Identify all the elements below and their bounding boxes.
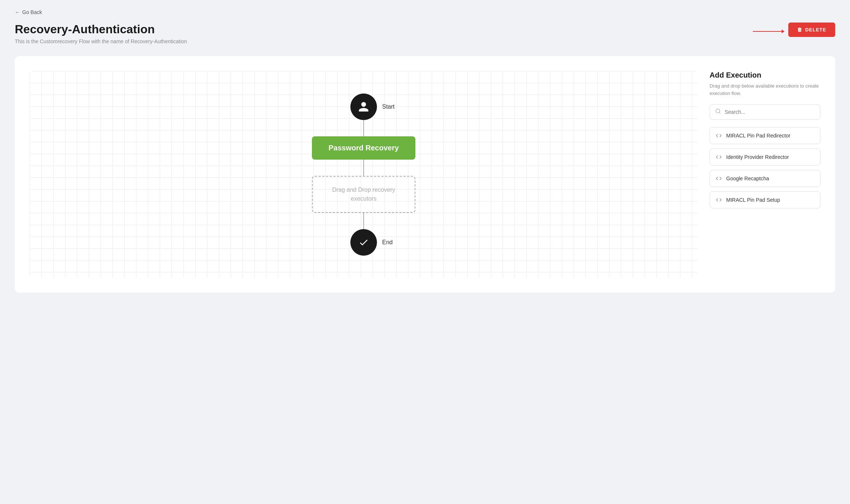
start-node[interactable] <box>350 93 377 120</box>
code-icon-2 <box>716 176 722 181</box>
drag-drop-label: Drag and Drop recovery executors <box>332 187 395 202</box>
execution-label-1: Identity Provider Redirector <box>726 154 789 160</box>
right-panel: Add Execution Drag and drop below availa… <box>710 71 820 278</box>
execution-item-2[interactable]: Google Recaptcha <box>710 170 820 187</box>
code-icon-3 <box>716 197 722 203</box>
back-arrow-icon: ← <box>15 9 20 15</box>
end-node[interactable] <box>350 229 377 256</box>
execution-label-2: Google Recaptcha <box>726 176 769 181</box>
panel-title: Add Execution <box>710 71 820 79</box>
start-node-wrapper: Start <box>350 93 377 120</box>
page-title: Recovery-Authentication <box>15 23 187 36</box>
code-icon-1 <box>716 154 722 160</box>
execution-list: MIRACL Pin Pad Redirector Identity Provi… <box>710 127 820 208</box>
execution-label-3: MIRACL Pin Pad Setup <box>726 197 780 203</box>
code-icon-0 <box>716 133 722 139</box>
delete-button[interactable]: 🗑 DELETE <box>788 23 835 37</box>
delete-label: DELETE <box>805 27 826 33</box>
search-icon <box>715 108 721 116</box>
header-actions: 🗑 DELETE <box>753 23 835 37</box>
arrow-indicator <box>753 31 782 32</box>
panel-description: Drag and drop below available executions… <box>710 82 820 97</box>
end-node-wrapper: End <box>350 229 377 256</box>
password-recovery-node[interactable]: Password Recovery <box>312 136 415 160</box>
search-input[interactable] <box>725 109 815 115</box>
page-header: Recovery-Authentication This is the Cust… <box>15 23 835 44</box>
search-box[interactable] <box>710 104 820 120</box>
back-label: Go Back <box>22 9 42 15</box>
main-card: Start Password Recovery Drag and Drop re… <box>15 56 835 293</box>
password-recovery-label: Password Recovery <box>329 144 399 152</box>
page-subtitle: This is the Customrecovery Flow with the… <box>15 38 187 44</box>
svg-point-0 <box>716 109 720 113</box>
execution-label-0: MIRACL Pin Pad Redirector <box>726 133 790 139</box>
execution-item-3[interactable]: MIRACL Pin Pad Setup <box>710 191 820 208</box>
arrow-line <box>753 31 782 32</box>
drag-drop-node[interactable]: Drag and Drop recovery executors <box>312 176 415 213</box>
delete-icon: 🗑 <box>797 27 802 33</box>
back-link[interactable]: ← Go Back <box>15 9 42 15</box>
flow-nodes: Start Password Recovery Drag and Drop re… <box>312 93 415 256</box>
page-title-block: Recovery-Authentication This is the Cust… <box>15 23 187 44</box>
flow-canvas: Start Password Recovery Drag and Drop re… <box>30 71 698 278</box>
execution-item-1[interactable]: Identity Provider Redirector <box>710 149 820 166</box>
end-label: End <box>382 239 392 246</box>
connector-3 <box>363 213 364 229</box>
start-label: Start <box>382 103 395 110</box>
svg-line-1 <box>719 112 720 113</box>
connector-2 <box>363 160 364 176</box>
connector-1 <box>363 120 364 136</box>
execution-item-0[interactable]: MIRACL Pin Pad Redirector <box>710 127 820 144</box>
